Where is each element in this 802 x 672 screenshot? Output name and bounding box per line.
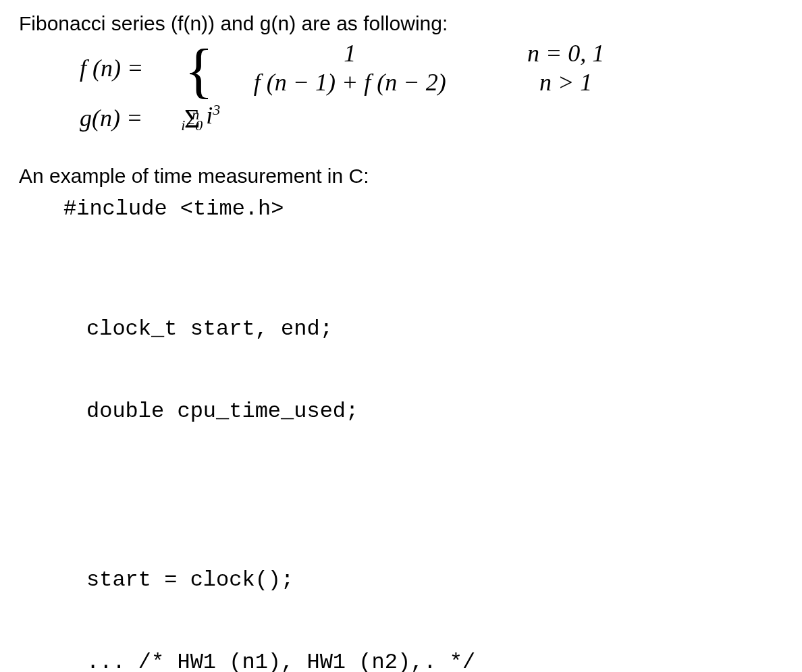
sum-body-exp: 3 bbox=[213, 101, 220, 118]
code-line-comment: ... /* HW1 (n1), HW1 (n2),. */ bbox=[86, 642, 783, 672]
fn-cases: 1 n = 0, 1 f (n − 1) + f (n − 2) n > 1 bbox=[208, 39, 620, 97]
intro-text: Fibonacci series (f(n)) and g(n) are as … bbox=[19, 12, 783, 35]
fn-case1-expr: 1 bbox=[208, 39, 491, 68]
fn-case-2: f (n − 1) + f (n − 2) n > 1 bbox=[208, 68, 620, 97]
fn-case-1: 1 n = 0, 1 bbox=[208, 39, 620, 68]
code-decl-block: clock_t start, end; double cpu_time_used… bbox=[86, 268, 783, 473]
code-line-start: start = clock(); bbox=[86, 560, 783, 601]
gn-lhs: g(n) = bbox=[80, 104, 184, 133]
code-timing-block: start = clock(); ... /* HW1 (n1), HW1 (n… bbox=[86, 519, 783, 672]
fn-case2-expr: f (n − 1) + f (n − 2) bbox=[208, 68, 491, 97]
fn-case2-cond: n > 1 bbox=[512, 68, 620, 97]
fn-case1-cond: n = 0, 1 bbox=[512, 39, 620, 68]
gn-sum: Σni=0 i3 bbox=[184, 101, 220, 135]
fn-lhs: f (n) = bbox=[80, 54, 184, 83]
sum-lower: i=0 bbox=[181, 117, 221, 134]
example-intro: An example of time measurement in C: bbox=[19, 165, 783, 188]
code-include: #include <time.h> bbox=[63, 189, 783, 230]
fn-definition: f (n) = { 1 n = 0, 1 f (n − 1) + f (n − … bbox=[80, 39, 783, 97]
gn-definition: g(n) = Σni=0 i3 bbox=[80, 101, 783, 135]
code-line-decl1: clock_t start, end; bbox=[86, 309, 783, 350]
code-line-decl2: double cpu_time_used; bbox=[86, 391, 783, 432]
math-definitions: f (n) = { 1 n = 0, 1 f (n − 1) + f (n − … bbox=[80, 39, 783, 135]
brace-icon: { bbox=[184, 45, 213, 97]
